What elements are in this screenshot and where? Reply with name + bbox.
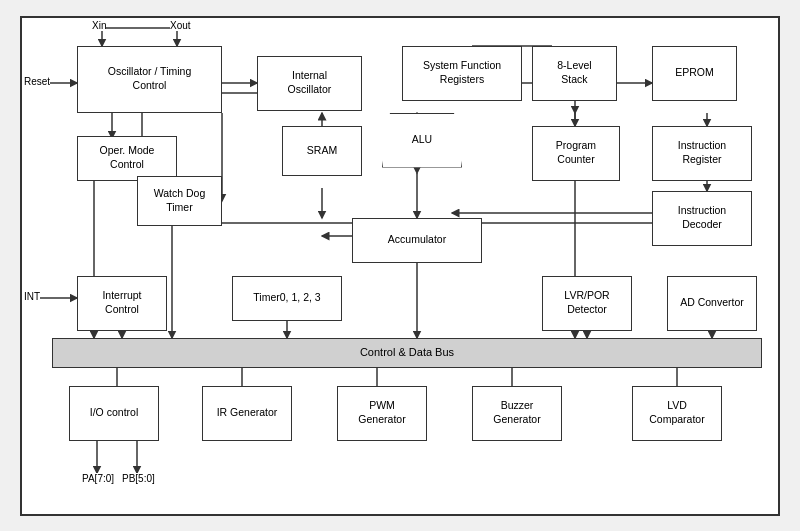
eprom-block: EPROM [652, 46, 737, 101]
buzzer-gen-block: BuzzerGenerator [472, 386, 562, 441]
pa-label: PA[7:0] [82, 473, 114, 484]
timer-block: Timer0, 1, 2, 3 [232, 276, 342, 321]
pb-label: PB[5:0] [122, 473, 155, 484]
diagram-container: Oscillator / TimingControl Xin Xout Rese… [20, 16, 780, 516]
reset-label: Reset [24, 76, 50, 87]
interrupt-block: InterruptControl [77, 276, 167, 331]
io-control-block: I/O control [69, 386, 159, 441]
program-counter-block: ProgramCounter [532, 126, 620, 181]
lvr-por-block: LVR/PORDetector [542, 276, 632, 331]
system-func-block: System FunctionRegisters [402, 46, 522, 101]
xin-label: Xin [92, 20, 106, 31]
pwm-gen-block: PWMGenerator [337, 386, 427, 441]
oper-mode-block: Oper. ModeControl [77, 136, 177, 181]
ad-conv-block: AD Convertor [667, 276, 757, 331]
int-label: INT [24, 291, 40, 302]
lvd-comp-block: LVDComparator [632, 386, 722, 441]
alu-block: ALU [382, 113, 462, 168]
xout-label: Xout [170, 20, 191, 31]
oscillator-block: Oscillator / TimingControl [77, 46, 222, 113]
stack-block: 8-LevelStack [532, 46, 617, 101]
instruction-reg-block: InstructionRegister [652, 126, 752, 181]
internal-osc-block: InternalOscillator [257, 56, 362, 111]
sram-block: SRAM [282, 126, 362, 176]
instruction-dec-block: InstructionDecoder [652, 191, 752, 246]
ir-gen-block: IR Generator [202, 386, 292, 441]
control-bus-block: Control & Data Bus [52, 338, 762, 368]
accumulator-block: Accumulator [352, 218, 482, 263]
watchdog-block: Watch DogTimer [137, 176, 222, 226]
